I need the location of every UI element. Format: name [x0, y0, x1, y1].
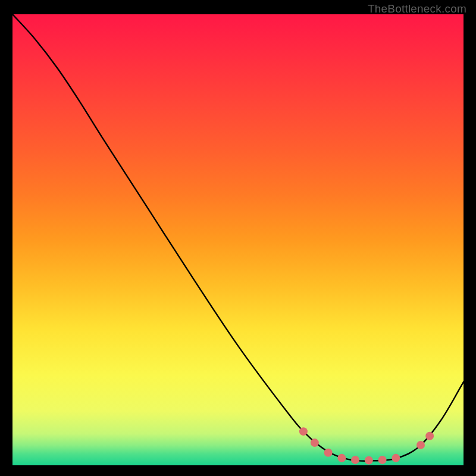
stage: TheBottleneck.com — [0, 0, 476, 476]
chart-marker — [378, 456, 387, 464]
chart-marker — [324, 449, 333, 457]
watermark-text: TheBottleneck.com — [368, 2, 466, 15]
chart-marker — [351, 456, 359, 464]
chart-marker — [299, 427, 308, 436]
chart-marker — [311, 439, 319, 447]
chart-background — [12, 14, 464, 465]
chart-marker — [392, 454, 400, 462]
chart-marker — [337, 454, 346, 462]
chart-marker — [365, 456, 373, 465]
chart-plot — [12, 14, 464, 465]
chart-marker — [416, 441, 425, 449]
chart-marker — [425, 432, 434, 440]
chart-svg — [12, 14, 464, 465]
